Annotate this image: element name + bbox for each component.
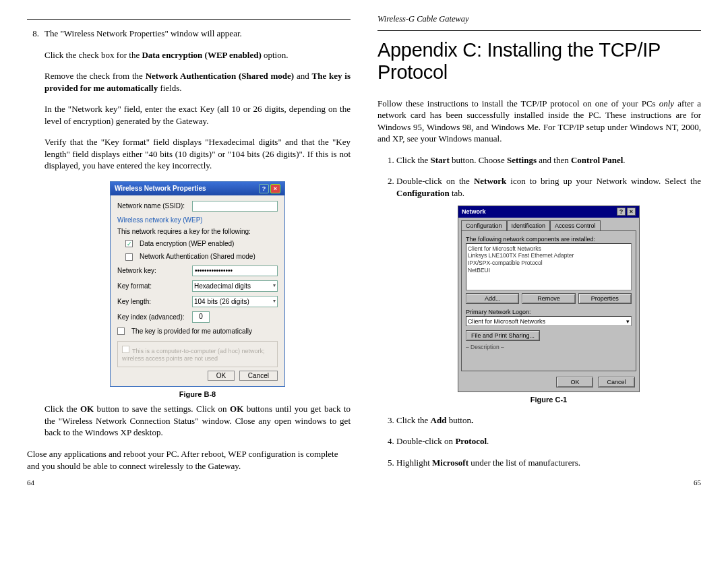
page-left: 8. The "Wireless Network Properties" win… bbox=[27, 13, 351, 481]
key-label: Network key: bbox=[117, 266, 188, 276]
dialog-title: Wireless Network Properties bbox=[115, 184, 206, 193]
auto-key-checkbox[interactable] bbox=[117, 327, 125, 335]
properties-button[interactable]: Properties bbox=[578, 293, 632, 304]
remove-button[interactable]: Remove bbox=[522, 293, 575, 304]
chevron-down-icon: ▾ bbox=[626, 317, 630, 325]
cancel-button[interactable]: Cancel bbox=[598, 377, 635, 387]
file-print-sharing-button[interactable]: File and Print Sharing... bbox=[466, 330, 540, 341]
step-4: Double-click on Protocol. bbox=[396, 435, 701, 447]
step-content: The "Wireless Network Properties" window… bbox=[44, 28, 351, 448]
ssid-label: Network name (SSID): bbox=[117, 201, 188, 211]
cancel-button[interactable]: Cancel bbox=[239, 371, 278, 381]
appendix-title: Appendix C: Installing the TCP/IP Protoc… bbox=[377, 39, 701, 84]
step-3: Click the Add button. bbox=[396, 414, 701, 427]
network-key-input[interactable]: •••••••••••••••• bbox=[192, 266, 278, 276]
step-1: Click the Start button. Choose Settings … bbox=[396, 154, 701, 166]
add-button[interactable]: Add... bbox=[466, 293, 519, 304]
ok-button[interactable]: OK bbox=[556, 377, 593, 387]
figure-caption: Figure C-1 bbox=[396, 395, 701, 405]
dialog-network: Network ? × Configuration Identification… bbox=[458, 206, 640, 392]
page-number: 65 bbox=[694, 478, 701, 488]
format-label: Key format: bbox=[117, 282, 188, 291]
page-number: 64 bbox=[27, 478, 34, 488]
length-label: Key length: bbox=[117, 297, 188, 307]
close-icon[interactable]: × bbox=[627, 208, 636, 216]
close-icon[interactable]: × bbox=[270, 184, 280, 193]
description-label: – Description – bbox=[466, 344, 632, 351]
page-right: Wireless-G Cable Gateway Appendix C: Ins… bbox=[377, 13, 701, 481]
primary-logon-label: Primary Network Logon: bbox=[466, 308, 632, 316]
step-number: 8. bbox=[27, 28, 39, 448]
ssid-input[interactable] bbox=[192, 201, 278, 212]
step-2: Double-click on the Network icon to brin… bbox=[396, 175, 701, 404]
auth-checkbox[interactable] bbox=[125, 253, 133, 261]
tab-access-control[interactable]: Access Control bbox=[550, 220, 601, 230]
ok-button[interactable]: OK bbox=[208, 371, 235, 381]
components-label: The following network components are ins… bbox=[466, 235, 632, 243]
help-icon[interactable]: ? bbox=[617, 208, 626, 216]
install-steps: Click the Start button. Choose Settings … bbox=[377, 154, 701, 469]
step-5: Highlight Microsoft under the list of ma… bbox=[396, 457, 701, 469]
wep-group: Wireless network key (WEP) bbox=[117, 216, 278, 225]
dialog-wireless-properties: Wireless Network Properties ? × Network … bbox=[110, 181, 285, 387]
primary-logon-select[interactable]: Client for Microsoft Networks▾ bbox=[466, 316, 632, 326]
para: The "Wireless Network Properties" window… bbox=[44, 28, 351, 40]
key-length-select[interactable]: 104 bits (26 digits)▾ bbox=[192, 296, 278, 307]
key-index-stepper[interactable]: 0 bbox=[192, 311, 210, 323]
key-format-select[interactable]: Hexadecimal digits▾ bbox=[192, 280, 278, 292]
running-header: Wireless-G Cable Gateway bbox=[377, 13, 701, 25]
adhoc-disabled: This is a computer-to-computer (ad hoc) … bbox=[117, 341, 278, 367]
index-label: Key index (advanced): bbox=[117, 313, 188, 322]
dialog-title: Network bbox=[462, 208, 486, 216]
wep-checkbox[interactable]: ✓ bbox=[125, 240, 133, 247]
req-text: This network requires a key for the foll… bbox=[117, 227, 278, 237]
help-icon[interactable]: ? bbox=[259, 184, 269, 193]
chevron-down-icon: ▾ bbox=[273, 282, 276, 290]
intro-para: Follow these instructions to install the… bbox=[377, 98, 701, 145]
tab-configuration[interactable]: Configuration bbox=[461, 220, 507, 230]
chevron-down-icon: ▾ bbox=[273, 298, 276, 305]
closing-para: Close any applications and reboot your P… bbox=[27, 448, 351, 472]
figure-caption: Figure B-8 bbox=[44, 389, 351, 400]
components-listbox[interactable]: Client for Microsoft Networks Linksys LN… bbox=[466, 243, 632, 290]
tab-identification[interactable]: Identification bbox=[507, 220, 551, 230]
